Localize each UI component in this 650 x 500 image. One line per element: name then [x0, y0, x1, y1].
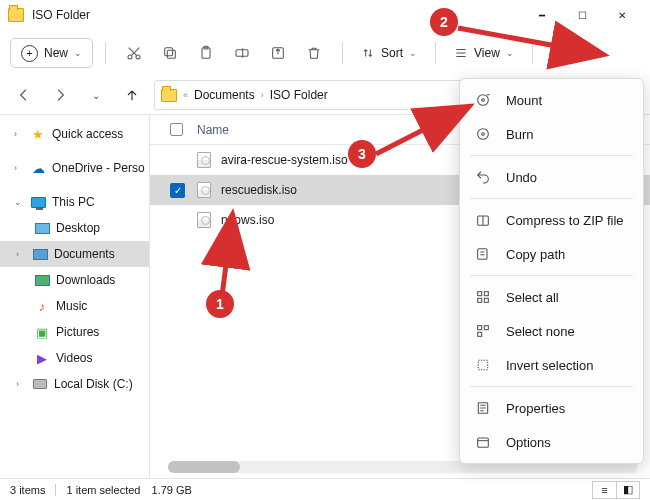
select-all-checkbox[interactable]	[170, 123, 183, 136]
iso-file-icon	[197, 182, 211, 198]
view-label: View	[474, 46, 500, 60]
toolbar: + New ⌄ Sort ⌄ View ⌄ ···	[0, 30, 650, 76]
forward-button[interactable]	[46, 81, 74, 109]
status-size: 1.79 GB	[152, 484, 192, 496]
menu-label: Burn	[506, 127, 533, 142]
view-button[interactable]: View ⌄	[448, 42, 520, 64]
select-none-icon	[474, 323, 492, 339]
minimize-button[interactable]: ━	[522, 1, 562, 29]
cloud-icon: ☁	[30, 161, 46, 175]
chevron-down-icon: ⌄	[409, 48, 417, 58]
sidebar-item-videos[interactable]: ▶Videos	[0, 345, 149, 371]
sidebar-item-desktop[interactable]: Desktop	[0, 215, 149, 241]
menu-invert-selection[interactable]: Invert selection	[460, 348, 643, 382]
menu-options[interactable]: Options	[460, 425, 643, 459]
sidebar-item-music[interactable]: ♪Music	[0, 293, 149, 319]
menu-undo[interactable]: Undo	[460, 160, 643, 194]
chevron-down-icon: ⌄	[506, 48, 514, 58]
sidebar-item-pictures[interactable]: ▣Pictures	[0, 319, 149, 345]
sidebar-item-quick-access[interactable]: ›★Quick access	[0, 121, 149, 147]
svg-rect-2	[167, 50, 175, 58]
breadcrumb-documents[interactable]: Documents	[194, 88, 255, 102]
menu-label: Mount	[506, 93, 542, 108]
menu-burn[interactable]: Burn	[460, 117, 643, 151]
svg-rect-15	[484, 292, 488, 296]
sidebar-item-local-disk[interactable]: ›Local Disk (C:)	[0, 371, 149, 397]
back-button[interactable]	[10, 81, 38, 109]
sidebar-label: Documents	[54, 247, 115, 261]
menu-separator	[470, 275, 633, 276]
cut-button[interactable]	[118, 37, 150, 69]
sidebar-label: Pictures	[56, 325, 99, 339]
recent-button[interactable]: ⌄	[82, 81, 110, 109]
menu-copy-path[interactable]: Copy path	[460, 237, 643, 271]
separator	[342, 42, 343, 64]
documents-icon	[32, 247, 48, 261]
sidebar-item-downloads[interactable]: Downloads	[0, 267, 149, 293]
context-menu: Mount Burn Undo Compress to ZIP file Cop…	[459, 78, 644, 464]
status-selected: 1 item selected	[66, 484, 140, 496]
mount-icon	[474, 92, 492, 108]
sidebar-label: Desktop	[56, 221, 100, 235]
sidebar-item-documents[interactable]: ›Documents	[0, 241, 149, 267]
more-button[interactable]: ···	[545, 41, 572, 65]
sort-button[interactable]: Sort ⌄	[355, 42, 423, 64]
sidebar-label: OneDrive - Perso	[52, 161, 145, 175]
share-button[interactable]	[262, 37, 294, 69]
sidebar-item-this-pc[interactable]: ⌄This PC	[0, 189, 149, 215]
delete-button[interactable]	[298, 37, 330, 69]
zip-icon	[474, 212, 492, 228]
file-name: rescuedisk.iso	[221, 183, 297, 197]
sidebar-label: Local Disk (C:)	[54, 377, 133, 391]
sidebar-label: This PC	[52, 195, 95, 209]
details-view-button[interactable]: ≡	[592, 481, 616, 499]
menu-properties[interactable]: Properties	[460, 391, 643, 425]
checkbox-checked-icon[interactable]: ✓	[170, 183, 185, 198]
menu-label: Select all	[506, 290, 559, 305]
folder-icon	[161, 89, 177, 102]
desktop-icon	[34, 221, 50, 235]
breadcrumb-folder[interactable]: ISO Folder	[270, 88, 328, 102]
menu-select-all[interactable]: Select all	[460, 280, 643, 314]
maximize-button[interactable]: ☐	[562, 1, 602, 29]
column-name[interactable]: Name	[197, 123, 229, 137]
iso-file-icon	[197, 152, 211, 168]
svg-rect-21	[478, 360, 487, 369]
menu-mount[interactable]: Mount	[460, 83, 643, 117]
burn-icon	[474, 126, 492, 142]
new-button[interactable]: + New ⌄	[10, 38, 93, 68]
properties-icon	[474, 400, 492, 416]
file-name: avira-rescue-system.iso	[221, 153, 348, 167]
status-bar: 3 items 1 item selected 1.79 GB ≡ ◧	[0, 478, 650, 500]
separator	[105, 42, 106, 64]
svg-point-10	[478, 129, 489, 140]
svg-rect-17	[484, 298, 488, 302]
svg-rect-18	[478, 326, 482, 330]
menu-label: Properties	[506, 401, 565, 416]
paste-button[interactable]	[190, 37, 222, 69]
icons-view-button[interactable]: ◧	[616, 481, 640, 499]
menu-label: Options	[506, 435, 551, 450]
copy-button[interactable]	[154, 37, 186, 69]
undo-icon	[474, 169, 492, 185]
view-toggle: ≡ ◧	[592, 481, 640, 499]
sidebar-label: Videos	[56, 351, 92, 365]
sidebar: ›★Quick access ›☁OneDrive - Perso ⌄This …	[0, 115, 150, 478]
svg-rect-3	[165, 48, 173, 56]
menu-compress[interactable]: Compress to ZIP file	[460, 203, 643, 237]
menu-select-none[interactable]: Select none	[460, 314, 643, 348]
folder-icon	[8, 8, 24, 22]
sidebar-item-onedrive[interactable]: ›☁OneDrive - Perso	[0, 155, 149, 181]
music-icon: ♪	[34, 299, 50, 313]
up-button[interactable]	[118, 81, 146, 109]
rename-button[interactable]	[226, 37, 258, 69]
sidebar-label: Quick access	[52, 127, 123, 141]
sidebar-label: Music	[56, 299, 87, 313]
menu-separator	[470, 155, 633, 156]
svg-rect-19	[484, 326, 488, 330]
close-button[interactable]: ✕	[602, 1, 642, 29]
svg-point-8	[478, 95, 489, 106]
copy-path-icon	[474, 246, 492, 262]
chevron-down-icon: ⌄	[74, 48, 82, 58]
iso-file-icon	[197, 212, 211, 228]
